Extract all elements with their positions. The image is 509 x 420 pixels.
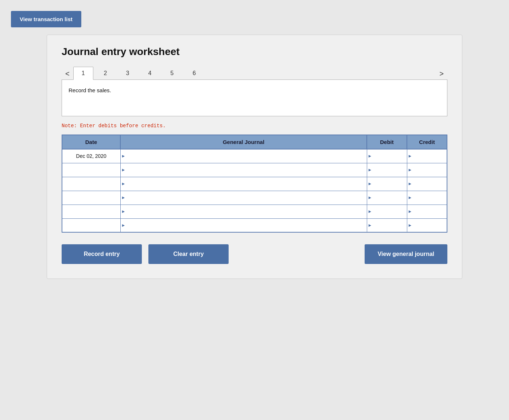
- credit-input-3[interactable]: [407, 177, 447, 191]
- note-text: Note: Enter debits before credits.: [62, 123, 447, 129]
- credit-cell-5[interactable]: ►: [407, 205, 447, 218]
- arrow-icon-c5: ►: [408, 209, 412, 214]
- tab-2[interactable]: 2: [96, 67, 116, 79]
- journal-input-1[interactable]: [121, 149, 367, 163]
- table-row: ► ► ►: [62, 218, 447, 232]
- debit-cell-1[interactable]: ►: [367, 149, 407, 163]
- journal-cell-2[interactable]: ►: [120, 163, 367, 177]
- date-cell-5: [62, 205, 120, 218]
- journal-input-3[interactable]: [121, 177, 367, 191]
- credit-input-6[interactable]: [407, 219, 447, 232]
- journal-input-4[interactable]: [121, 191, 367, 205]
- arrow-icon-c6: ►: [408, 223, 412, 228]
- arrow-icon-d3: ►: [368, 181, 372, 186]
- date-cell-2: [62, 163, 120, 177]
- col-header-debit: Debit: [367, 135, 407, 149]
- credit-cell-4[interactable]: ►: [407, 191, 447, 205]
- date-cell-4: [62, 191, 120, 205]
- date-cell-6: [62, 218, 120, 232]
- debit-cell-3[interactable]: ►: [367, 177, 407, 191]
- table-row: ► ► ►: [62, 205, 447, 218]
- arrow-icon-d4: ►: [368, 195, 372, 200]
- credit-cell-1[interactable]: ►: [407, 149, 447, 163]
- debit-input-6[interactable]: [367, 219, 407, 232]
- tab-5[interactable]: 5: [162, 67, 182, 79]
- credit-input-4[interactable]: [407, 191, 447, 205]
- credit-cell-2[interactable]: ►: [407, 163, 447, 177]
- tab-3[interactable]: 3: [118, 67, 138, 79]
- arrow-icon-j5: ►: [121, 209, 126, 214]
- credit-input-5[interactable]: [407, 205, 447, 218]
- table-row: ► ► ►: [62, 177, 447, 191]
- tabs-row: 1 2 3 4 5 6: [73, 66, 436, 79]
- journal-input-2[interactable]: [121, 163, 367, 177]
- tab-prev-button[interactable]: <: [62, 68, 73, 79]
- view-transaction-button[interactable]: View transaction list: [11, 11, 81, 27]
- tab-next-button[interactable]: >: [436, 68, 447, 79]
- journal-cell-6[interactable]: ►: [120, 218, 367, 232]
- credit-cell-3[interactable]: ►: [407, 177, 447, 191]
- journal-cell-4[interactable]: ►: [120, 191, 367, 205]
- arrow-icon-j3: ►: [121, 181, 126, 186]
- instruction-text: Record the sales.: [69, 87, 111, 93]
- arrow-icon-c4: ►: [408, 195, 412, 200]
- journal-table: Date General Journal Debit Credit Dec 02…: [62, 135, 447, 233]
- clear-entry-button[interactable]: Clear entry: [148, 244, 229, 264]
- tab-1[interactable]: 1: [73, 67, 93, 80]
- main-container: Journal entry worksheet < 1 2 3 4 5 6 > …: [47, 35, 462, 279]
- table-row: ► ► ►: [62, 163, 447, 177]
- debit-input-4[interactable]: [367, 191, 407, 205]
- top-bar: View transaction list: [11, 11, 498, 27]
- credit-cell-6[interactable]: ►: [407, 218, 447, 232]
- page-title: Journal entry worksheet: [62, 46, 447, 58]
- instruction-box: Record the sales.: [62, 80, 447, 116]
- debit-cell-4[interactable]: ►: [367, 191, 407, 205]
- arrow-icon-j4: ►: [121, 195, 126, 200]
- tabs-area: < 1 2 3 4 5 6 >: [62, 66, 447, 79]
- arrow-icon-c1: ►: [408, 153, 412, 159]
- credit-input-1[interactable]: [407, 149, 447, 163]
- journal-input-5[interactable]: [121, 205, 367, 218]
- arrow-icon-c3: ►: [408, 181, 412, 186]
- table-row: Dec 02, 2020 ► ► ►: [62, 149, 447, 163]
- col-header-journal: General Journal: [120, 135, 367, 149]
- arrow-icon-d1: ►: [368, 153, 372, 159]
- debit-cell-2[interactable]: ►: [367, 163, 407, 177]
- journal-cell-5[interactable]: ►: [120, 205, 367, 218]
- debit-input-1[interactable]: [367, 149, 407, 163]
- date-cell-1: Dec 02, 2020: [62, 149, 120, 163]
- tab-6[interactable]: 6: [184, 67, 204, 79]
- journal-input-6[interactable]: [121, 219, 367, 232]
- debit-cell-6[interactable]: ►: [367, 218, 407, 232]
- col-header-date: Date: [62, 135, 120, 149]
- arrow-icon-j1: ►: [121, 153, 126, 159]
- col-header-credit: Credit: [407, 135, 447, 149]
- buttons-row: Record entry Clear entry View general jo…: [62, 244, 447, 264]
- date-cell-3: [62, 177, 120, 191]
- debit-cell-5[interactable]: ►: [367, 205, 407, 218]
- table-row: ► ► ►: [62, 191, 447, 205]
- journal-cell-3[interactable]: ►: [120, 177, 367, 191]
- arrow-icon-d5: ►: [368, 209, 372, 214]
- journal-cell-1[interactable]: ►: [120, 149, 367, 163]
- arrow-icon-j2: ►: [121, 167, 126, 172]
- debit-input-3[interactable]: [367, 177, 407, 191]
- arrow-icon-c2: ►: [408, 167, 412, 172]
- view-general-journal-button[interactable]: View general journal: [365, 244, 447, 264]
- tab-4[interactable]: 4: [140, 67, 160, 79]
- arrow-icon-j6: ►: [121, 223, 126, 228]
- debit-input-2[interactable]: [367, 163, 407, 177]
- arrow-icon-d2: ►: [368, 167, 372, 172]
- record-entry-button[interactable]: Record entry: [62, 244, 142, 264]
- credit-input-2[interactable]: [407, 163, 447, 177]
- arrow-icon-d6: ►: [368, 223, 372, 228]
- debit-input-5[interactable]: [367, 205, 407, 218]
